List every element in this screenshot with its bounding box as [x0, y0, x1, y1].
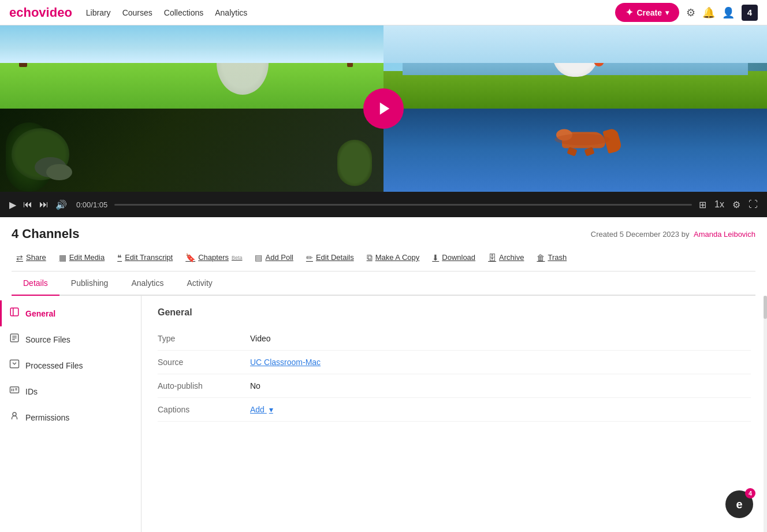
general-section-title: General [158, 307, 751, 318]
brand-echo: echo [9, 5, 39, 20]
sidebar-item-processed-files[interactable]: Processed Files [0, 352, 141, 378]
layout-button[interactable]: ⊞ [699, 199, 706, 210]
video-cell-bottom-right [384, 109, 767, 192]
scroll-thumb[interactable] [764, 296, 767, 319]
trash-label: Trash [548, 253, 567, 262]
edit-media-button[interactable]: ▦ Edit Media [54, 250, 109, 265]
tab-activity[interactable]: Activity [175, 271, 224, 296]
create-chevron-icon: ▾ [665, 9, 669, 17]
archive-icon: 🗄 [488, 253, 496, 262]
chapters-icon: 🔖 [185, 253, 195, 262]
detail-row-autopublish: Auto-publish No [158, 374, 751, 398]
play-button[interactable] [363, 88, 404, 129]
nav-courses[interactable]: Courses [122, 8, 152, 17]
play-overlay[interactable] [363, 88, 404, 129]
title-row: 4 Channels Created 5 December 2023 by Am… [12, 226, 755, 241]
permissions-icon [9, 411, 20, 424]
edit-transcript-button[interactable]: ❝ Edit Transcript [113, 250, 177, 265]
nav-collections[interactable]: Collections [164, 8, 203, 17]
make-copy-icon: ⧉ [367, 252, 373, 262]
rewind-button[interactable]: ⏮ [23, 199, 32, 210]
creator-link[interactable]: Amanda Leibovich [694, 230, 755, 239]
download-icon: ⬇ [432, 253, 439, 262]
edit-details-label: Edit Details [316, 253, 354, 262]
brand-logo[interactable]: echovideo [9, 5, 72, 20]
sidebar-item-source-files[interactable]: Source Files [0, 326, 141, 352]
video-cell-top-right [384, 25, 767, 109]
nav-right: ✦ Create ▾ ⚙ 🔔 👤 4 [615, 3, 758, 22]
volume-button[interactable]: 🔊 [55, 199, 67, 210]
type-value: Video [250, 334, 271, 343]
svg-point-13 [13, 412, 16, 416]
floating-help-badge[interactable]: e 4 [725, 490, 753, 518]
create-button[interactable]: ✦ Create ▾ [615, 3, 679, 22]
captions-label: Captions [158, 405, 250, 414]
download-button[interactable]: ⬇ Download [427, 250, 480, 265]
sidebar-processed-files-label: Processed Files [25, 361, 83, 370]
processed-files-icon [9, 359, 20, 372]
autopublish-label: Auto-publish [158, 381, 250, 390]
detail-row-source: Source UC Classroom-Mac [158, 351, 751, 374]
download-label: Download [442, 253, 475, 262]
speed-button[interactable]: 1x [714, 199, 724, 210]
svg-marker-0 [380, 103, 389, 115]
video-cell-top-left [0, 25, 384, 109]
brand-video: video [39, 5, 72, 20]
tab-analytics[interactable]: Analytics [120, 271, 175, 296]
settings-icon[interactable]: ⚙ [686, 6, 695, 19]
trash-button[interactable]: 🗑 Trash [532, 250, 571, 265]
edit-details-button[interactable]: ✏ Edit Details [301, 250, 359, 265]
fullscreen-button[interactable]: ⛶ [749, 199, 758, 210]
nav-analytics[interactable]: Analytics [215, 8, 247, 17]
notifications-icon[interactable]: 🔔 [702, 6, 715, 19]
make-copy-button[interactable]: ⧉ Make A Copy [362, 250, 425, 265]
sidebar-item-permissions[interactable]: Permissions [0, 404, 141, 430]
captions-value[interactable]: Add ▾ [250, 405, 273, 414]
progress-bar[interactable] [114, 204, 692, 206]
share-icon: ⇄ [16, 253, 23, 262]
created-text: Created 5 December 2023 by [591, 230, 690, 239]
page-title: 4 Channels [12, 226, 79, 241]
content-area: 4 Channels Created 5 December 2023 by Am… [0, 217, 767, 296]
add-poll-icon: ▤ [255, 253, 262, 262]
source-value[interactable]: UC Classroom-Mac [250, 358, 321, 367]
controls-right: ⊞ 1x ⚙ ⛶ [699, 199, 758, 210]
share-button[interactable]: ⇄ Share [12, 250, 51, 265]
tab-bar: Details Publishing Analytics Activity [12, 271, 755, 296]
fast-forward-button[interactable]: ⏭ [39, 199, 49, 210]
create-label: Create [636, 8, 662, 17]
nav-badge[interactable]: 4 [742, 5, 758, 21]
captions-add-text: Add [250, 405, 265, 414]
create-icon: ✦ [625, 7, 633, 18]
archive-button[interactable]: 🗄 Archive [483, 250, 528, 265]
nav-library[interactable]: Library [86, 8, 111, 17]
add-poll-label: Add Poll [265, 253, 293, 262]
main-layout: General Source Files Processed Files IDs [0, 296, 767, 532]
profile-icon[interactable]: 👤 [722, 6, 735, 19]
archive-label: Archive [499, 253, 524, 262]
chapters-beta-badge: Beta [232, 255, 243, 261]
sidebar-ids-label: IDs [25, 387, 38, 396]
sidebar-source-files-label: Source Files [25, 335, 70, 344]
sidebar-item-ids[interactable]: IDs [0, 378, 141, 404]
detail-row-type: Type Video [158, 327, 751, 351]
top-navigation: echovideo Library Courses Collections An… [0, 0, 767, 25]
add-poll-button[interactable]: ▤ Add Poll [250, 250, 297, 265]
tab-details[interactable]: Details [12, 271, 59, 296]
video-controls: ▶ ⏮ ⏭ 🔊 0:00/1:05 ⊞ 1x ⚙ ⛶ [0, 192, 767, 217]
edit-details-icon: ✏ [306, 253, 313, 262]
edit-transcript-icon: ❝ [117, 253, 122, 262]
sidebar-item-general[interactable]: General [0, 300, 141, 326]
play-pause-button[interactable]: ▶ [9, 199, 16, 210]
chapters-label: Chapters [198, 253, 229, 262]
type-label: Type [158, 334, 250, 343]
captions-dropdown-icon[interactable]: ▾ [269, 405, 273, 414]
video-cell-bottom-left [0, 109, 384, 192]
time-display: 0:00/1:05 [76, 200, 107, 209]
edit-media-label: Edit Media [69, 253, 105, 262]
nav-links: Library Courses Collections Analytics [86, 8, 247, 17]
floating-count: 4 [745, 488, 755, 498]
settings-button[interactable]: ⚙ [732, 199, 740, 210]
tab-publishing[interactable]: Publishing [59, 271, 120, 296]
chapters-button[interactable]: 🔖 Chapters Beta [181, 250, 247, 265]
